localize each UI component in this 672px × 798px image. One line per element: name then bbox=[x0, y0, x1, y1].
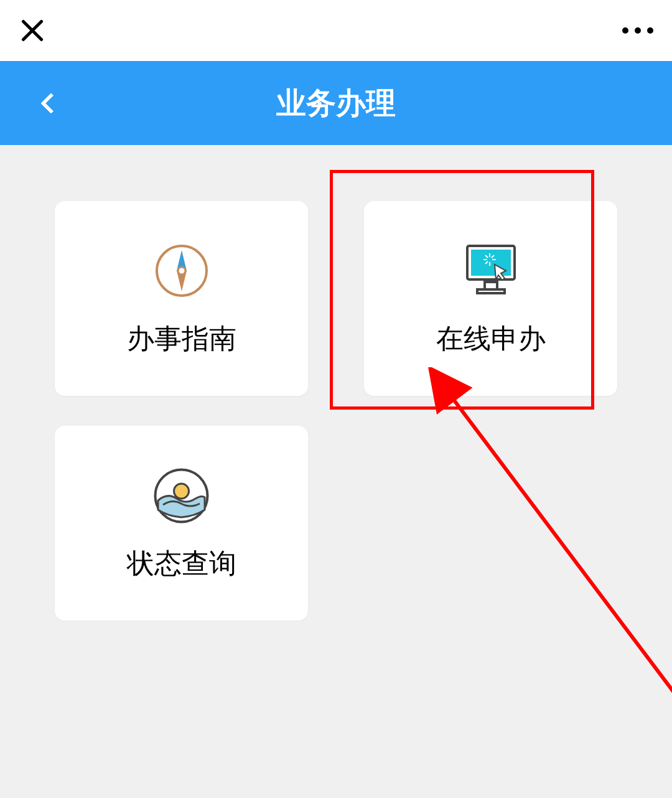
compass-icon bbox=[151, 240, 213, 302]
svg-point-17 bbox=[174, 484, 189, 499]
close-icon[interactable] bbox=[19, 17, 46, 44]
card-label: 在线申办 bbox=[436, 321, 546, 357]
sunrise-water-icon bbox=[151, 464, 213, 527]
card-label: 办事指南 bbox=[127, 321, 236, 357]
card-status-query[interactable]: 状态查询 bbox=[55, 426, 308, 621]
more-icon[interactable] bbox=[622, 27, 653, 34]
card-grid: 办事指南 在线申办 bbox=[0, 145, 672, 621]
svg-rect-7 bbox=[477, 289, 505, 293]
page-title: 业务办理 bbox=[276, 83, 396, 123]
page-header: 业务办理 bbox=[0, 61, 672, 145]
top-bar bbox=[0, 0, 672, 61]
back-icon[interactable] bbox=[40, 93, 62, 114]
card-online-apply[interactable]: 在线申办 bbox=[364, 201, 617, 396]
svg-point-3 bbox=[178, 267, 185, 275]
monitor-click-icon bbox=[460, 240, 522, 302]
card-guide[interactable]: 办事指南 bbox=[55, 201, 308, 396]
card-label: 状态查询 bbox=[127, 545, 236, 582]
